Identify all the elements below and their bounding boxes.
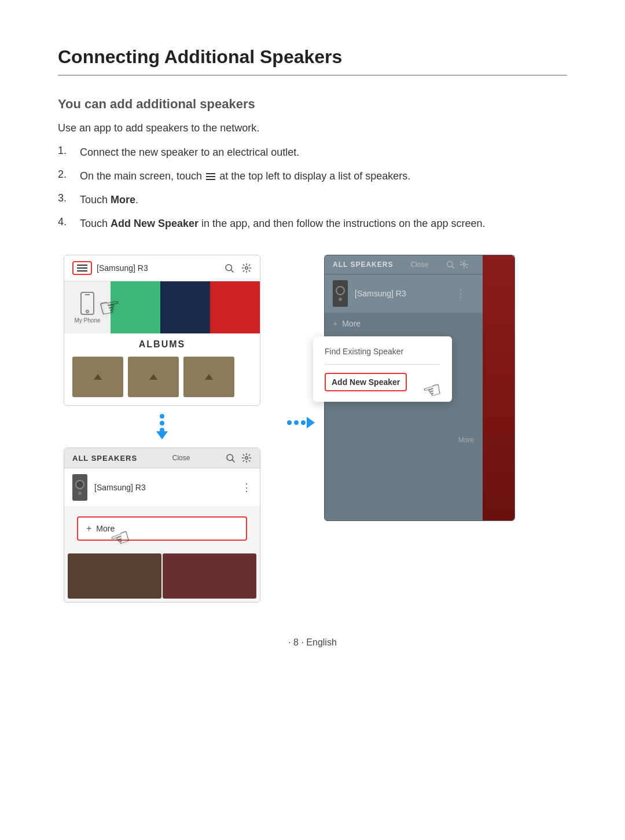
svg-point-8 [245, 457, 248, 460]
all-speakers-icons-bottom [225, 453, 252, 463]
step-2: 2. On the main screen, touch at the top … [58, 168, 567, 184]
footer-text: · 8 · English [288, 637, 337, 647]
phone-icon [79, 292, 95, 315]
all-speakers-title-bottom: ALL SPEAKERS [72, 454, 137, 463]
app-header: [Samsung] R3 [64, 255, 260, 281]
step-1: 1. Connect the new speaker to an electri… [58, 145, 567, 160]
album-icon-1 [89, 368, 106, 386]
svg-point-11 [463, 263, 465, 266]
more-bold: More [111, 194, 135, 206]
search-icon-top[interactable] [224, 263, 234, 273]
intro-text: Use an app to add speakers to the networ… [58, 122, 567, 134]
album-icon-2 [145, 368, 162, 386]
step-text-1: Connect the new speaker to an electrical… [80, 145, 567, 160]
hamburger-highlight [72, 261, 92, 275]
right-search-icon[interactable] [446, 260, 455, 269]
step-num-3: 3. [58, 192, 75, 204]
albums-title: ALBUMS [72, 339, 252, 350]
step-text-4: Touch Add New Speaker in the app, and th… [80, 216, 567, 232]
tile-red [210, 281, 260, 333]
right-header-icons [446, 260, 469, 269]
bottom-screen-container: ALL SPEAKERS Close [58, 447, 278, 603]
search-icon-bottom[interactable] [225, 453, 236, 463]
app-header-icons-top [224, 263, 252, 273]
steps-list: 1. Connect the new speaker to an electri… [58, 145, 567, 232]
gear-icon-bottom[interactable] [241, 453, 252, 463]
arrow-right-dot-1 [287, 420, 292, 425]
svg-point-2 [245, 267, 248, 270]
right-close-label[interactable]: Close [410, 261, 428, 269]
svg-point-0 [226, 265, 232, 271]
hand-pointer-add: ☞ [420, 377, 444, 405]
more-item-bottom[interactable]: + More [77, 516, 247, 541]
more-item-container: + More ☞ [64, 507, 260, 550]
arrow-down [156, 414, 168, 439]
app-title-top: [Samsung] R3 [97, 263, 148, 273]
find-existing-label[interactable]: Find Existing Speaker [325, 347, 440, 365]
step-num-1: 1. [58, 145, 75, 157]
speaker-icon-bottom [72, 474, 87, 501]
three-dot-menu-bottom[interactable]: ⋮ [241, 481, 252, 494]
dark-tile-1 [68, 553, 161, 599]
banner-area: My Phone ☞ [64, 281, 260, 333]
left-mockup: [Samsung] R3 [58, 255, 278, 603]
svg-point-4 [86, 310, 89, 313]
right-gear-icon[interactable] [459, 260, 469, 269]
right-speaker-icon [333, 280, 348, 307]
arrow-right-head [307, 417, 315, 428]
svg-line-7 [232, 460, 234, 462]
diagram-area: [Samsung] R3 [58, 255, 567, 603]
hamburger-icon [206, 173, 215, 180]
speaker-name-bottom: [Samsung] R3 [94, 483, 234, 492]
page-container: Connecting Additional Speakers You can a… [0, 0, 625, 706]
gear-icon-top[interactable] [241, 263, 252, 273]
add-new-speaker-bold: Add New Speaker [111, 218, 198, 229]
album-icon-3 [200, 368, 218, 386]
right-speaker-circle [336, 286, 345, 295]
step-3: 3. Touch More. [58, 192, 567, 208]
step-text-3: Touch More. [80, 192, 567, 208]
svg-rect-3 [81, 292, 94, 314]
right-more-bottom: More [458, 436, 474, 444]
popup-card: Find Existing Speaker Add New Speaker ☞ [313, 336, 452, 402]
right-speaker-name: [Samsung] R3 [355, 289, 448, 298]
all-speakers-header-bottom: ALL SPEAKERS Close [64, 448, 260, 468]
bottom-tiles-area [64, 550, 260, 602]
album-grid [72, 357, 252, 397]
right-more-label: More [342, 319, 361, 328]
arrow-head-down [156, 431, 168, 439]
arrow-right-dot-3 [301, 420, 306, 425]
arrow-dots [160, 414, 164, 432]
add-new-speaker-label[interactable]: Add New Speaker [325, 373, 407, 391]
albums-section: ALBUMS [64, 333, 260, 405]
tile-navy [160, 281, 210, 333]
section-title: Connecting Additional Speakers [58, 46, 567, 76]
plus-icon-bottom: + [86, 523, 91, 534]
add-new-container: Add New Speaker ☞ [325, 373, 440, 391]
close-label-bottom[interactable]: Close [172, 454, 190, 462]
svg-point-6 [227, 454, 233, 461]
speaker-circle [75, 480, 84, 489]
album-thumb-2 [128, 357, 179, 397]
dark-tile-2 [163, 553, 256, 599]
subsection-title: You can add additional speakers [58, 97, 567, 112]
app-header-left: [Samsung] R3 [72, 261, 148, 275]
arrow-dot-1 [160, 414, 164, 419]
arrow-down-container [64, 414, 260, 439]
album-thumb-1 [72, 357, 123, 397]
my-phone-label: My Phone [74, 317, 100, 324]
right-speaker-dot [339, 298, 342, 301]
banner-tiles [111, 281, 260, 333]
hand-pointer-top: ☞ [97, 291, 123, 323]
right-mockup: ALL SPEAKERS Close [324, 255, 567, 521]
right-three-dot[interactable]: ⋮ [455, 287, 466, 300]
arrow-right-dots [287, 417, 315, 428]
svg-line-10 [452, 266, 454, 269]
svg-point-9 [447, 262, 453, 267]
hamburger-button[interactable] [76, 263, 89, 273]
speaker-dot [78, 491, 82, 495]
arrow-right-container [278, 417, 324, 428]
right-all-speakers-header: ALL SPEAKERS Close [325, 255, 514, 274]
right-app-screen: ALL SPEAKERS Close [324, 255, 515, 521]
svg-line-1 [231, 270, 233, 272]
